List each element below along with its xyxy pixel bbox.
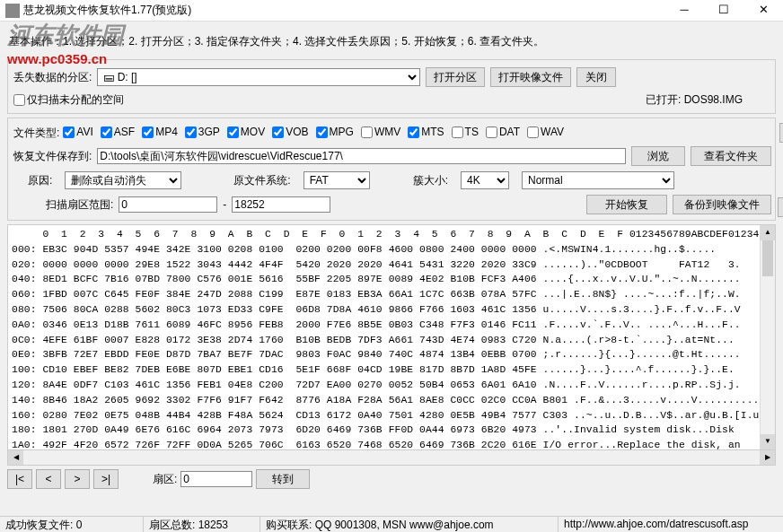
next-sector-button[interactable]: > bbox=[65, 469, 90, 489]
filetype-asf[interactable]: ASF bbox=[101, 126, 135, 138]
scroll-right-icon[interactable]: ▶ bbox=[760, 450, 775, 465]
filetype-3gp[interactable]: 3GP bbox=[185, 126, 220, 138]
horizontal-scrollbar[interactable]: ◀ ▶ bbox=[7, 450, 776, 466]
open-image-button[interactable]: 打开映像文件 bbox=[490, 67, 571, 87]
first-sector-button[interactable]: |< bbox=[7, 469, 32, 489]
cluster-label: 簇大小: bbox=[413, 173, 448, 188]
reason-label: 原因: bbox=[28, 173, 52, 188]
sector-label: 扇区: bbox=[153, 472, 177, 487]
goto-button[interactable]: 转到 bbox=[256, 469, 310, 489]
start-recover-button[interactable]: 开始恢复 bbox=[586, 195, 667, 214]
prev-sector-button[interactable]: < bbox=[36, 469, 61, 489]
filetype-ts[interactable]: TS bbox=[452, 126, 479, 138]
hex-content[interactable]: 0 1 2 3 4 5 6 7 8 9 A B C D E F 0 1 2 3 … bbox=[8, 225, 760, 449]
scroll-up-icon[interactable]: ▲ bbox=[761, 225, 775, 240]
sector-nav: |< < > >| 扇区: 转到 bbox=[7, 466, 776, 493]
options-group: 文件类型: AVIASFMP43GPMOVVOBMPGWMVMTSTSDATWA… bbox=[7, 118, 776, 221]
more-functions-button[interactable]: 更多功能>> bbox=[778, 197, 783, 217]
mode-select[interactable]: Normal bbox=[522, 171, 674, 189]
backup-image-button[interactable]: 备份到映像文件 bbox=[673, 195, 771, 214]
open-partition-button[interactable]: 打开分区 bbox=[426, 67, 485, 87]
status-total-sectors: 扇区总数: 18253 bbox=[144, 517, 260, 532]
filetype-mpg[interactable]: MPG bbox=[316, 126, 354, 138]
opened-file: 已打开: DOS98.IMG bbox=[646, 92, 743, 108]
filetype-mov[interactable]: MOV bbox=[227, 126, 265, 138]
filetype-mts[interactable]: MTS bbox=[408, 126, 444, 138]
scroll-down-icon[interactable]: ▼ bbox=[761, 434, 775, 449]
filetype-avi[interactable]: AVI bbox=[63, 126, 92, 138]
saveto-input[interactable] bbox=[97, 148, 626, 164]
reason-select[interactable]: 删除或自动消失 bbox=[65, 171, 181, 189]
origfs-select[interactable]: FAT bbox=[304, 171, 370, 189]
cluster-select[interactable]: 4K bbox=[461, 171, 509, 189]
watermark: 河东软件园 www.pc0359.cn bbox=[7, 20, 124, 66]
range-label: 扫描扇区范围: bbox=[46, 197, 113, 213]
filetype-dat[interactable]: DAT bbox=[486, 126, 520, 138]
statusbar: 成功恢复文件: 0 扇区总数: 18253 购买联系: QQ 9001308, … bbox=[0, 516, 783, 532]
vertical-scrollbar[interactable]: ▲ ▼ bbox=[760, 225, 775, 449]
maximize-button[interactable]: ☐ bbox=[704, 0, 743, 22]
filetype-wmv[interactable]: WMV bbox=[361, 126, 400, 138]
scroll-left-icon[interactable]: ◀ bbox=[8, 450, 23, 465]
origfs-label: 原文件系统: bbox=[233, 173, 290, 188]
partition-select[interactable]: 🖴 D: [] bbox=[97, 68, 420, 86]
saveto-label: 恢复文件保存到: bbox=[13, 149, 92, 164]
view-folder-button[interactable]: 查看文件夹 bbox=[691, 146, 771, 166]
status-recovered: 成功恢复文件: 0 bbox=[0, 517, 144, 532]
status-url: http://www.ahjoe.com/datrescusoft.asp bbox=[559, 517, 783, 532]
partition-label: 丢失数据的分区: bbox=[13, 70, 92, 85]
partition-group: 丢失数据的分区: 🖴 D: [] 打开分区 打开映像文件 关闭 仅扫描未分配的空… bbox=[7, 59, 776, 114]
sector-input[interactable] bbox=[180, 471, 252, 487]
filetype-vob[interactable]: VOB bbox=[272, 126, 308, 138]
range-from-input[interactable] bbox=[119, 196, 217, 213]
minimize-button[interactable]: ─ bbox=[664, 0, 704, 22]
machine-code-button[interactable]: 机器码 bbox=[779, 123, 783, 143]
close-button[interactable]: ✕ bbox=[743, 0, 783, 22]
browse-button[interactable]: 浏览 bbox=[631, 146, 685, 166]
filetype-mp4[interactable]: MP4 bbox=[142, 126, 178, 138]
filetype-row: 文件类型: AVIASFMP43GPMOVVOBMPGWMVMTSTSDATWA… bbox=[13, 126, 771, 141]
filetype-label: 文件类型: bbox=[13, 126, 59, 141]
window-title: 慧龙视频文件恢复软件1.77(预览版) bbox=[23, 3, 664, 18]
range-to-input[interactable] bbox=[232, 196, 330, 213]
watermark-text: 河东软件园 bbox=[7, 20, 124, 51]
filetype-wav[interactable]: WAV bbox=[527, 126, 564, 138]
status-contact: 购买联系: QQ 9001308, MSN www@ahjoe.com bbox=[260, 517, 559, 532]
titlebar: 慧龙视频文件恢复软件1.77(预览版) ─ ☐ ✕ bbox=[0, 0, 783, 22]
app-icon bbox=[5, 4, 20, 18]
watermark-url: www.pc0359.cn bbox=[7, 51, 124, 66]
scan-unalloc-checkbox[interactable]: 仅扫描未分配的空间 bbox=[13, 92, 124, 108]
hex-viewer: 0 1 2 3 4 5 6 7 8 9 A B C D E F 0 1 2 3 … bbox=[7, 224, 776, 450]
last-sector-button[interactable]: >| bbox=[93, 469, 119, 489]
close-partition-button[interactable]: 关闭 bbox=[576, 67, 616, 87]
